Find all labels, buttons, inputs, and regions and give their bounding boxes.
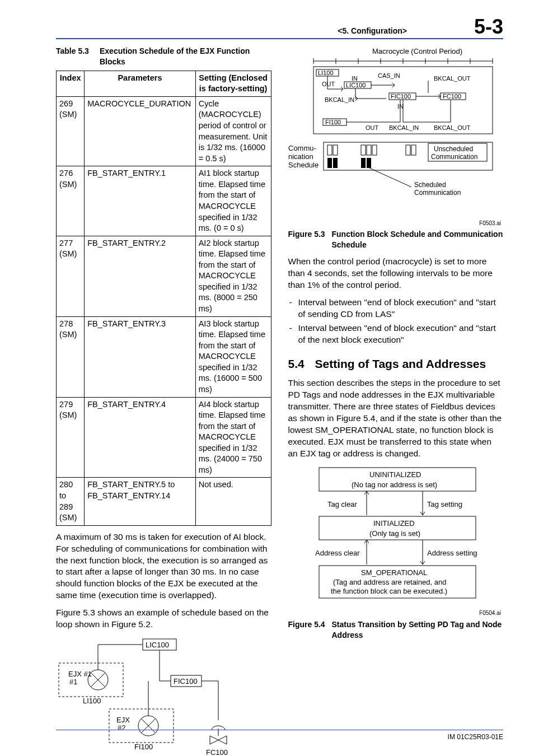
svg-text:Tag setting: Tag setting <box>427 500 462 508</box>
figure-source: F0504.ai <box>288 609 502 617</box>
svg-rect-77 <box>333 145 338 155</box>
page-number: 5-3 <box>474 17 503 37</box>
table-title: Execution Schedule of the EJX Function B… <box>100 46 271 67</box>
svg-text:FIC100: FIC100 <box>174 677 198 685</box>
svg-rect-79 <box>367 145 371 155</box>
svg-rect-82 <box>411 145 416 155</box>
svg-text:nication: nication <box>288 152 313 161</box>
svg-rect-81 <box>406 145 410 155</box>
figure-5-4: UNINITIALIZED (No tag nor address is set… <box>288 465 504 608</box>
svg-rect-88 <box>361 158 366 168</box>
table-row: 269 (SM) MACROCYCLE_DURATION Cycle (MACR… <box>57 96 271 166</box>
figure-number: Figure 5.3 <box>288 229 332 250</box>
svg-text:BKCAL_OUT: BKCAL_OUT <box>434 75 471 82</box>
bullet-list: Interval between "end of block execution… <box>288 297 504 346</box>
svg-text:EJX: EJX <box>116 716 130 724</box>
svg-text:Unscheduled: Unscheduled <box>434 145 473 153</box>
figure-5-2: EJX #1 #1 LI100 LIC100 FIC100 <box>56 636 271 756</box>
footer-id: IM 01C25R03-01E <box>448 732 503 741</box>
figure-source: F0503.ai <box>288 220 502 227</box>
svg-rect-87 <box>333 158 338 168</box>
svg-text:BKCAL_OUT: BKCAL_OUT <box>434 124 471 131</box>
th-setting: Setting (Enclosed is factory-setting) <box>195 71 271 96</box>
figure-5-3: Macrocycle (Control Period) LI100 OUT <box>288 47 504 218</box>
svg-text:FI100: FI100 <box>325 119 341 125</box>
section-title: Setting of Tags and Addresses <box>315 356 486 372</box>
svg-text:LI100: LI100 <box>83 697 101 705</box>
svg-text:(Tag and address are retained,: (Tag and address are retained, and <box>333 578 446 586</box>
section-number: 5.4 <box>288 356 315 372</box>
svg-text:LI100: LI100 <box>318 69 334 76</box>
svg-text:BKCAL_IN: BKCAL_IN <box>325 96 354 103</box>
svg-rect-80 <box>372 145 377 155</box>
figure-number: Figure 5.4 <box>288 619 332 641</box>
right-column: Macrocycle (Control Period) LI100 OUT <box>288 44 504 756</box>
svg-rect-78 <box>361 145 366 155</box>
svg-text:Scheduled: Scheduled <box>414 181 446 189</box>
svg-text:IN: IN <box>397 103 404 110</box>
body-text: This section describes the steps in the … <box>288 377 504 459</box>
figure-title: Function Block Schedule and Communicatio… <box>332 229 504 250</box>
body-text: Figure 5.3 shows an example of schedule … <box>56 607 271 631</box>
svg-text:FC100: FC100 <box>206 748 228 756</box>
svg-text:the function block can be exec: the function block can be executed.) <box>331 587 447 595</box>
list-item: Interval between "end of block execution… <box>298 323 504 346</box>
svg-text:Communication: Communication <box>431 153 477 161</box>
svg-rect-86 <box>327 158 332 168</box>
svg-text:BKCAL_IN: BKCAL_IN <box>389 124 419 131</box>
figure-caption: Figure 5.4 Status Transition by Setting … <box>288 619 504 641</box>
svg-text:#1: #1 <box>69 678 77 686</box>
svg-text:(No tag nor address is set): (No tag nor address is set) <box>352 480 437 489</box>
svg-text:FI100: FI100 <box>134 743 153 751</box>
svg-text:Address clear: Address clear <box>315 549 360 557</box>
svg-text:FIC100: FIC100 <box>391 93 411 100</box>
svg-rect-0 <box>59 663 123 697</box>
execution-schedule-table: Index Parameters Setting (Enclosed is fa… <box>56 71 271 526</box>
svg-text:SM_OPERATIONAL: SM_OPERATIONAL <box>361 568 427 577</box>
th-parameters: Parameters <box>85 71 196 96</box>
left-column: Table 5.3 Execution Schedule of the EJX … <box>56 44 271 756</box>
table-row: 276 (SM) FB_START_ENTRY.1 AI1 block star… <box>57 166 271 236</box>
svg-text:Macrocycle (Control Period): Macrocycle (Control Period) <box>372 47 462 55</box>
table-row: 277 (SM) FB_START_ENTRY.2 AI2 block star… <box>57 236 271 316</box>
svg-text:LIC100: LIC100 <box>346 82 366 88</box>
table-number: Table 5.3 <box>56 46 100 67</box>
svg-line-90 <box>369 168 411 187</box>
svg-text:(Only tag is set): (Only tag is set) <box>369 529 420 538</box>
svg-text:INITIALIZED: INITIALIZED <box>373 519 415 528</box>
svg-text:OUT: OUT <box>322 81 335 87</box>
body-text: When the control period (macrocycle) is … <box>288 256 504 291</box>
svg-text:FC100: FC100 <box>443 93 461 100</box>
svg-rect-89 <box>367 158 371 168</box>
list-item: Interval between "end of block execution… <box>298 297 504 320</box>
page-header: <5. Configuration> 5-3 <box>56 17 503 39</box>
figure-title: Status Transition by Setting PD Tag and … <box>332 619 504 641</box>
svg-text:Address setting: Address setting <box>427 549 477 557</box>
svg-text:Commu-: Commu- <box>288 144 316 152</box>
svg-text:CAS_IN: CAS_IN <box>378 72 400 79</box>
svg-text:LIC100: LIC100 <box>146 641 169 649</box>
table-row: 278 (SM) FB_START_ENTRY.3 AI3 block star… <box>57 316 271 397</box>
svg-text:#2: #2 <box>118 724 125 732</box>
table-caption: Table 5.3 Execution Schedule of the EJX … <box>56 46 271 67</box>
table-row: 279 (SM) FB_START_ENTRY.4 AI4 block star… <box>57 397 271 478</box>
body-text: A maximum of 30 ms is taken for executio… <box>56 531 271 602</box>
footer-rule <box>56 730 503 730</box>
svg-text:IN: IN <box>352 75 358 82</box>
table-row: 280 to 289 (SM) FB_START_ENTRY.5 to FB_S… <box>57 478 271 525</box>
svg-text:Communication: Communication <box>414 189 461 197</box>
svg-rect-76 <box>327 145 332 155</box>
breadcrumb: <5. Configuration> <box>338 26 407 36</box>
th-index: Index <box>57 71 85 96</box>
figure-caption: Figure 5.3 Function Block Schedule and C… <box>288 229 504 250</box>
svg-text:Tag clear: Tag clear <box>327 500 357 508</box>
svg-text:Schedule: Schedule <box>288 161 318 169</box>
svg-text:OUT: OUT <box>366 124 379 131</box>
section-heading: 5.4 Setting of Tags and Addresses <box>288 356 504 372</box>
svg-text:UNINITIALIZED: UNINITIALIZED <box>369 470 421 479</box>
